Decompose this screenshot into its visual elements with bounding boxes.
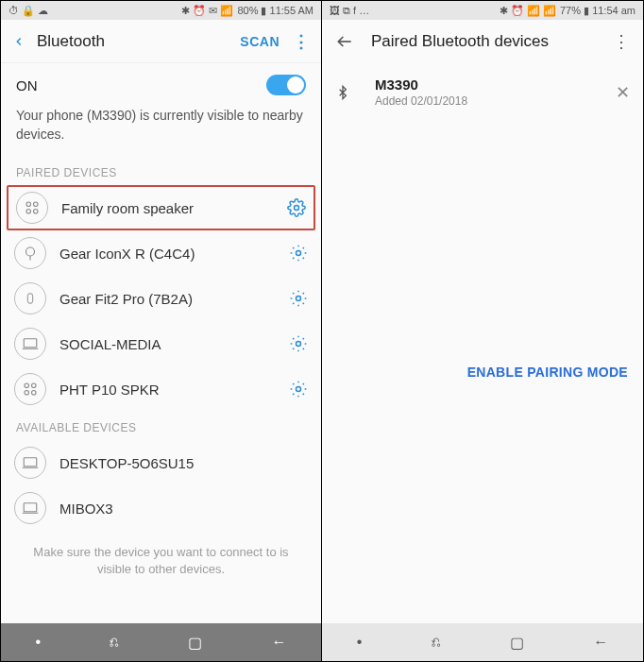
speaker-icon <box>16 192 48 224</box>
svg-point-13 <box>32 383 37 388</box>
page-title: Paired Bluetooth devices <box>371 32 613 51</box>
visibility-text: Your phone (M3390) is currently visible … <box>1 103 321 157</box>
device-name: Gear IconX R (C4C4) <box>59 246 289 262</box>
visibility-hint: Make sure the device you want to connect… <box>1 531 321 591</box>
phone-left: ⏱ 🔒 ☁ ✱ ⏰ ✉ 📶 80% ▮ 11:55 AM Bluetooth S… <box>1 1 322 661</box>
nav-back-icon[interactable]: ← <box>593 634 608 651</box>
more-button[interactable]: ⋮ <box>613 31 630 52</box>
phone-right: 🖼 ⧉ f … ✱ ⏰ 📶 📶 77% ▮ 11:54 am Paired Bl… <box>322 1 643 661</box>
svg-point-16 <box>297 387 301 392</box>
device-name: DESKTOP-5O6SU15 <box>59 455 308 471</box>
device-name: MIBOX3 <box>59 501 308 517</box>
app-header: Bluetooth SCAN ⋮ <box>1 20 321 63</box>
nav-home-icon[interactable]: ▢ <box>188 634 202 652</box>
gear-icon[interactable] <box>289 289 308 308</box>
nav-bar: • ⎌ ▢ ← <box>1 623 321 661</box>
gear-icon[interactable] <box>289 244 308 263</box>
nav-recents-icon[interactable]: ⎌ <box>432 634 441 651</box>
laptop-icon <box>14 328 46 360</box>
svg-rect-7 <box>27 294 32 304</box>
earbud-icon <box>14 237 46 269</box>
nav-recents-icon[interactable]: ⎌ <box>110 634 119 651</box>
page-title: Bluetooth <box>37 32 240 51</box>
device-name: Gear Fit2 Pro (7B2A) <box>59 291 289 307</box>
watch-icon <box>14 282 46 314</box>
paired-device-row[interactable]: PHT P10 SPKR <box>1 366 321 412</box>
svg-point-6 <box>297 251 301 256</box>
svg-point-5 <box>26 247 35 256</box>
scan-button[interactable]: SCAN <box>240 34 280 49</box>
enable-pairing-button[interactable]: ENABLE PAIRING MODE <box>322 351 643 393</box>
paired-device-row[interactable]: Family room speaker <box>7 185 315 230</box>
back-button[interactable] <box>12 35 25 48</box>
nav-dot-icon[interactable]: • <box>357 634 363 651</box>
gear-icon[interactable] <box>289 334 308 353</box>
svg-point-4 <box>295 206 299 211</box>
gear-icon[interactable] <box>287 198 306 217</box>
statusbar-left-icons: 🖼 ⧉ f … <box>330 5 369 17</box>
svg-rect-19 <box>24 503 37 512</box>
statusbar-right-icons: ✱ ⏰ 📶 📶 <box>500 5 556 17</box>
laptop-icon <box>14 492 46 524</box>
bluetooth-icon <box>335 83 362 102</box>
svg-rect-17 <box>24 458 37 467</box>
statusbar-battery-time: 77% ▮ 11:54 am <box>560 5 636 17</box>
svg-point-3 <box>34 210 39 214</box>
remove-device-button[interactable]: ✕ <box>616 82 630 103</box>
on-label: ON <box>16 77 38 93</box>
gear-icon[interactable] <box>289 380 308 399</box>
app-header: Paired Bluetooth devices ⋮ <box>322 20 643 63</box>
nav-home-icon[interactable]: ▢ <box>510 634 524 652</box>
more-button[interactable]: ⋮ <box>293 31 310 52</box>
back-button[interactable] <box>335 32 354 51</box>
svg-point-14 <box>25 391 29 396</box>
svg-point-1 <box>34 202 39 207</box>
statusbar-battery-time: 80% ▮ 11:55 AM <box>237 5 314 17</box>
svg-point-11 <box>297 342 301 347</box>
svg-point-2 <box>26 210 31 214</box>
available-devices-label: AVAILABLE DEVICES <box>1 412 321 440</box>
nav-dot-icon[interactable]: • <box>36 634 42 651</box>
bluetooth-toggle-row: ON <box>1 63 321 103</box>
speaker-icon <box>14 373 46 405</box>
paired-device-row[interactable]: Gear IconX R (C4C4) <box>1 230 321 276</box>
device-name: Family room speaker <box>61 200 287 216</box>
device-name: SOCIAL-MEDIA <box>59 336 289 352</box>
nav-back-icon[interactable]: ← <box>271 634 286 651</box>
statusbar-right-icons: ✱ ⏰ ✉ 📶 <box>181 5 233 17</box>
svg-rect-9 <box>24 339 37 348</box>
available-device-row[interactable]: DESKTOP-5O6SU15 <box>1 440 321 485</box>
device-name: M3390 <box>375 76 616 93</box>
svg-point-12 <box>25 383 29 388</box>
svg-point-15 <box>32 391 37 396</box>
paired-device-row[interactable]: Gear Fit2 Pro (7B2A) <box>1 276 321 321</box>
laptop-icon <box>14 447 46 479</box>
paired-device-row[interactable]: M3390 Added 02/01/2018 ✕ <box>322 63 643 121</box>
paired-device-row[interactable]: SOCIAL-MEDIA <box>1 321 321 366</box>
statusbar-left-icons: ⏱ 🔒 ☁ <box>8 5 48 17</box>
nav-bar: • ⎌ ▢ ← <box>322 623 643 661</box>
device-subtitle: Added 02/01/2018 <box>375 94 616 108</box>
status-bar: ⏱ 🔒 ☁ ✱ ⏰ ✉ 📶 80% ▮ 11:55 AM <box>1 1 321 20</box>
bluetooth-toggle[interactable] <box>266 75 306 95</box>
svg-point-0 <box>26 202 31 207</box>
paired-devices-label: PAIRED DEVICES <box>1 157 321 185</box>
device-name: PHT P10 SPKR <box>59 382 289 398</box>
svg-point-8 <box>297 297 301 301</box>
available-device-row[interactable]: MIBOX3 <box>1 485 321 531</box>
status-bar: 🖼 ⧉ f … ✱ ⏰ 📶 📶 77% ▮ 11:54 am <box>322 1 643 20</box>
